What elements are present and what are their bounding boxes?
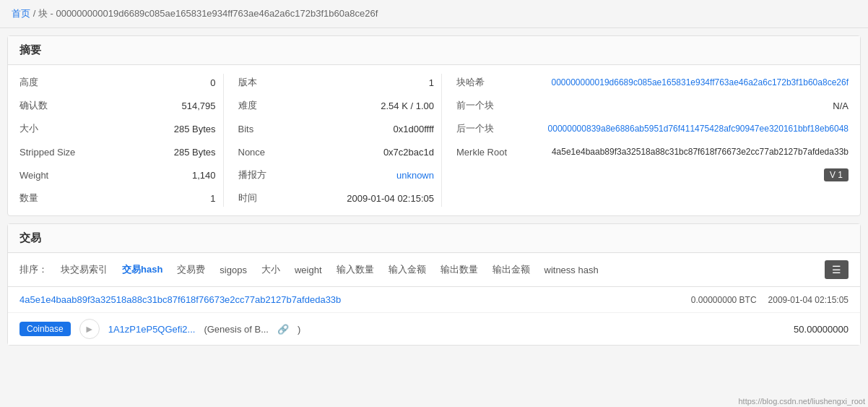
arrow-right-icon: ►: [79, 319, 100, 339]
summary-title: 摘要: [8, 36, 860, 65]
sort-input-count[interactable]: 输入数量: [329, 260, 381, 279]
value-next-block[interactable]: 00000000839a8e6886ab5951d76f411475428afc…: [548, 124, 849, 134]
genesis-close: ): [298, 324, 300, 335]
sort-block-index[interactable]: 块交易索引: [53, 260, 115, 279]
tx-amount: 0.00000000 BTC: [691, 295, 757, 305]
summary-row-confirmations: 确认数 514,795: [19, 97, 216, 114]
summary-row-version: 版本 1: [238, 74, 435, 91]
tx-hash-row: 4a5e1e4baab89f3a32518a88c31bc87f618f7667…: [8, 287, 860, 313]
label-next-block: 后一个块: [456, 122, 494, 135]
label-height: 高度: [19, 76, 38, 89]
sort-output-amount[interactable]: 输出金额: [485, 260, 537, 279]
sort-bar: 排序： 块交易索引 交易hash 交易费 sigops 大小 weight 输入…: [8, 253, 860, 287]
summary-section: 摘要 高度 0 确认数 514,795 大小 285 Bytes Strippe…: [7, 35, 861, 216]
value-count: 1: [210, 193, 215, 204]
summary-row-weight: Weight 1,140: [19, 166, 216, 184]
summary-row-difficulty: 难度 2.54 K / 1.00: [238, 97, 435, 114]
summary-row-height: 高度 0: [19, 74, 216, 91]
label-count: 数量: [19, 192, 38, 205]
genesis-link-icon[interactable]: 🔗: [277, 324, 289, 335]
value-reporter[interactable]: unknown: [396, 170, 434, 181]
breadcrumb-home[interactable]: 首页: [12, 8, 30, 19]
value-merkle-root: 4a5e1e4baab89f3a32518a88c31bc87f618f7667…: [552, 147, 849, 157]
sort-sigops[interactable]: sigops: [212, 262, 254, 278]
breadcrumb-current: 块 - 000000000019d6689c085ae165831e934ff7…: [38, 8, 378, 19]
label-block-hash: 块哈希: [456, 76, 485, 89]
breadcrumb-sep: /: [33, 8, 36, 19]
value-height: 0: [210, 77, 215, 88]
sort-size[interactable]: 大小: [254, 260, 287, 279]
summary-row-bits: Bits 0x1d00ffff: [238, 120, 435, 137]
summary-row-merkle-root: Merkle Root 4a5e1e4baab89f3a32518a88c31b…: [456, 143, 849, 160]
label-size: 大小: [19, 122, 38, 135]
label-weight: Weight: [19, 170, 48, 181]
coinbase-badge: Coinbase: [19, 322, 71, 336]
label-difficulty: 难度: [238, 99, 257, 112]
value-weight: 1,140: [192, 170, 216, 181]
summary-row-nonce: Nonce 0x7c2bac1d: [238, 143, 435, 160]
summary-row-prev-block: 前一个块 N/A: [456, 97, 849, 114]
sort-weight[interactable]: weight: [287, 262, 329, 278]
summary-row-badge: V 1: [456, 166, 849, 184]
label-reporter: 播报方: [238, 168, 266, 181]
transactions-title: 交易: [8, 224, 860, 253]
label-bits: Bits: [238, 124, 254, 134]
sort-tx-hash[interactable]: 交易hash: [115, 260, 170, 279]
value-confirmations: 514,795: [182, 100, 216, 111]
label-nonce: Nonce: [238, 147, 266, 158]
summary-row-time: 时间 2009-01-04 02:15:05: [238, 189, 435, 207]
summary-row-reporter: 播报方 unknown: [238, 166, 435, 184]
sort-input-amount[interactable]: 输入金额: [381, 260, 433, 279]
summary-col-2: 版本 1 难度 2.54 K / 1.00 Bits 0x1d00ffff No…: [223, 74, 435, 207]
summary-row-count: 数量 1: [19, 189, 216, 207]
summary-row-stripped-size: Stripped Size 285 Bytes: [19, 143, 216, 160]
sort-output-count[interactable]: 输出数量: [433, 260, 485, 279]
sort-tx-fee[interactable]: 交易费: [170, 260, 212, 279]
label-version: 版本: [238, 76, 257, 89]
value-time: 2009-01-04 02:15:05: [347, 193, 434, 204]
label-prev-block: 前一个块: [456, 99, 494, 112]
tx-dest-amount: 50.00000000: [794, 324, 849, 335]
label-confirmations: 确认数: [19, 99, 48, 112]
value-nonce: 0x7c2bac1d: [383, 147, 434, 158]
value-bits: 0x1d00ffff: [394, 124, 434, 134]
tx-dest-address[interactable]: 1A1zP1eP5QGefi2...: [108, 324, 196, 335]
label-time: 时间: [238, 192, 257, 205]
label-merkle-root: Merkle Root: [456, 147, 507, 158]
tx-hash-link[interactable]: 4a5e1e4baab89f3a32518a88c31bc87f618f7667…: [19, 294, 341, 305]
value-difficulty: 2.54 K / 1.00: [381, 100, 434, 111]
sort-label: 排序：: [19, 263, 48, 276]
label-stripped-size: Stripped Size: [19, 147, 75, 158]
breadcrumb: 首页 / 块 - 000000000019d6689c085ae165831e9…: [0, 0, 868, 28]
value-size: 285 Bytes: [174, 124, 216, 134]
tx-detail-row: Coinbase ► 1A1zP1eP5QGefi2... (Genesis o…: [8, 313, 860, 345]
summary-row-block-hash: 块哈希 000000000019d6689c085ae165831e934ff7…: [456, 74, 849, 91]
transactions-section: 交易 排序： 块交易索引 交易hash 交易费 sigops 大小 weight…: [7, 223, 861, 346]
value-prev-block: N/A: [833, 100, 849, 111]
tx-time: 2009-01-04 02:15:05: [768, 295, 849, 305]
summary-col-3: 块哈希 000000000019d6689c085ae165831e934ff7…: [441, 74, 849, 207]
tx-meta: 0.00000000 BTC 2009-01-04 02:15:05: [691, 295, 849, 305]
sort-order-button[interactable]: ☰: [825, 260, 849, 279]
summary-row-size: 大小 285 Bytes: [19, 120, 216, 137]
summary-row-next-block: 后一个块 00000000839a8e6886ab5951d76f4114754…: [456, 120, 849, 137]
value-version: 1: [429, 77, 434, 88]
summary-col-1: 高度 0 确认数 514,795 大小 285 Bytes Stripped S…: [19, 74, 216, 207]
v1-badge: V 1: [824, 168, 849, 181]
value-block-hash[interactable]: 000000000019d6689c085ae165831e934ff763ae…: [551, 77, 849, 87]
value-stripped-size: 285 Bytes: [174, 147, 216, 158]
sort-witness-hash[interactable]: witness hash: [537, 262, 606, 278]
tx-genesis-label: (Genesis of B...: [204, 324, 269, 335]
